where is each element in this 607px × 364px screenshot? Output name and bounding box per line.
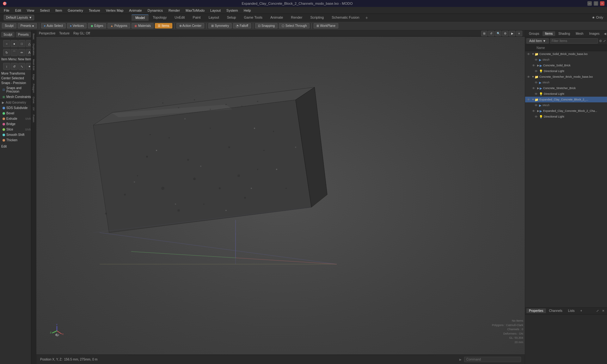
item-row-mesh-2b[interactable]: 👁 ▶ ▶ Concrete_Stretcher_Brick [525, 85, 607, 91]
shading-tab[interactable]: Shading [556, 31, 573, 36]
item-row-mesh-3a[interactable]: 👁 ▶ Mesh [525, 102, 607, 108]
item-row-mesh-1a[interactable]: 👁 ▶ Mesh [525, 57, 607, 63]
vstrip-curve[interactable]: Curve [32, 95, 35, 105]
items-list[interactable]: 👁 ▼ 📁 Concrete_Solid_Brick_modo_base.lxo… [525, 51, 607, 307]
tab-topology[interactable]: Topology [149, 15, 170, 21]
vstrip-mesh-edit[interactable]: Mesh Edit [32, 58, 35, 72]
menu-render[interactable]: Render [166, 8, 182, 13]
layouts-selector[interactable]: Default Layouts ▼ [4, 15, 34, 20]
polygons-button[interactable]: ▲ Polygons [107, 23, 130, 28]
select-tool-circle[interactable]: ○ [3, 40, 10, 47]
vp-btn-6[interactable]: ≡ [516, 31, 522, 36]
tool-pen[interactable]: ✏ [18, 49, 25, 56]
expand-1b[interactable]: ▶ [536, 64, 540, 67]
images-tab[interactable]: Images [586, 31, 602, 36]
materials-button[interactable]: ◉ Materials [132, 23, 154, 28]
more-transforms-dropdown[interactable]: More Transforms ▼ [0, 71, 36, 76]
eye-icon-2a[interactable]: 👁 [534, 80, 538, 85]
menu-item[interactable]: Item [53, 8, 64, 13]
extrude-item[interactable]: Extrude Shift V [0, 116, 36, 121]
item-row-light-2[interactable]: 👁 💡 Directional Light [525, 91, 607, 97]
lists-tab[interactable]: Lists [566, 308, 577, 313]
eye-icon-1b[interactable]: 👁 [531, 63, 536, 68]
vstrip-uv[interactable]: UV [32, 106, 35, 112]
menu-system[interactable]: System [224, 8, 241, 13]
bevel-item[interactable]: Bevel [0, 111, 36, 116]
maximize-button[interactable]: □ [594, 1, 598, 6]
tab-uvedit[interactable]: UvEdit [171, 15, 188, 21]
add-tab-button[interactable]: + [364, 15, 370, 21]
menu-maxtomodo[interactable]: MaxToModo [183, 8, 207, 13]
minimize-button[interactable]: ─ [587, 1, 592, 6]
edges-button[interactable]: ◆ Edges [88, 23, 106, 28]
eye-icon-2[interactable]: 👁 [526, 75, 531, 79]
action-center-button[interactable]: ⊕ Action Center [176, 23, 205, 28]
command-input[interactable] [464, 357, 521, 362]
items-button[interactable]: ☰ Items [155, 23, 172, 28]
sculpt-label-button[interactable]: Sculpt [1, 32, 15, 37]
presets-button[interactable]: Presets ● [18, 23, 37, 28]
bridge-item[interactable]: Bridge [0, 121, 36, 127]
menu-file[interactable]: File [1, 8, 12, 13]
tab-layout[interactable]: Layout [205, 15, 223, 21]
tool-rotate[interactable]: ↻ [3, 49, 10, 56]
filter-items-input[interactable] [550, 38, 598, 44]
prop-close-icon[interactable]: ✕ [601, 308, 606, 313]
item-row-file-3[interactable]: 👁 ▼ 📁 Expanded_Clay_Concrete_Block_2_... [525, 97, 607, 102]
edit-dropdown[interactable]: Edit ▼ [0, 144, 36, 149]
vstrip-edge[interactable]: Edge [32, 73, 35, 82]
expand-3b[interactable]: ▶ [536, 109, 540, 112]
falloff-button[interactable]: ◔ Falloff [233, 23, 251, 28]
item-row-file-1[interactable]: 👁 ▼ 📁 Concrete_Solid_Brick_modo_base.lxo [525, 51, 607, 57]
auto-select-button[interactable]: ● Auto Select [41, 23, 66, 28]
snaps-and-precision-item[interactable]: ⊡ Snaps and Precision [0, 85, 36, 94]
sculpt-button[interactable]: Sculpt [2, 23, 16, 28]
vp-btn-2[interactable]: ↺ [488, 31, 494, 36]
tab-scripting[interactable]: Scripting [306, 15, 328, 21]
menu-vertex-map[interactable]: Vertex Map [103, 8, 126, 13]
prop-expand-icon[interactable]: ⤢ [595, 308, 600, 313]
close-button[interactable]: ✕ [600, 1, 604, 6]
menu-texture[interactable]: Texture [86, 8, 103, 13]
add-item-button[interactable]: Add Item ▼ [526, 38, 549, 44]
vp-btn-5[interactable]: ▶ [509, 31, 515, 36]
add-geometry-section[interactable]: ▶ Add Geometry [0, 100, 36, 105]
add-prop-tab[interactable]: + [578, 308, 585, 313]
tab-model[interactable]: Model [132, 15, 149, 21]
slice-item[interactable]: Slice Shift C [0, 127, 36, 132]
select-through-button[interactable]: ⬡ Select Through [279, 23, 310, 28]
menu-geometry[interactable]: Geometry [65, 8, 85, 13]
select-tool-sphere[interactable]: ● [11, 40, 18, 47]
eye-icon-light-3[interactable]: 👁 [534, 114, 538, 119]
tab-game-tools[interactable]: Game Tools [240, 15, 266, 21]
mesh-tab[interactable]: Mesh [573, 31, 586, 36]
symmetry-button[interactable]: ⊞ Symmetry [208, 23, 232, 28]
presets-label-button[interactable]: Presets [16, 32, 31, 37]
item-row-mesh-2a[interactable]: 👁 ▶ Mesh [525, 80, 607, 85]
workplane-button[interactable]: ⊞ WorkPlane [314, 23, 338, 28]
item-row-mesh-1b[interactable]: 👁 ▶ ▶ Concrete_Solid_Brick [525, 63, 607, 68]
tool-scale[interactable]: ⤡ [18, 63, 25, 70]
eye-icon-light-1[interactable]: 👁 [534, 69, 538, 73]
items-tab[interactable]: Items [543, 31, 555, 36]
tab-animate[interactable]: Animate [267, 15, 287, 21]
channels-tab[interactable]: Channels [547, 308, 565, 313]
right-tabs-icon[interactable]: ◀ [603, 31, 607, 36]
center-selected-dropdown[interactable]: Center Selected ▼ [0, 76, 36, 81]
item-row-file-2[interactable]: 👁 ▼ 📁 Concrete_Stretcher_Brick_modo_base… [525, 74, 607, 80]
eye-icon-light-2[interactable]: 👁 [534, 92, 538, 96]
tool-rotate-2[interactable]: ↺ [11, 63, 18, 70]
menu-select[interactable]: Select [37, 8, 52, 13]
scene-canvas[interactable]: X Y Z No Items Polygons : Catmull-Clark … [36, 37, 525, 355]
menu-layout[interactable]: Layout [208, 8, 223, 13]
eye-icon-3[interactable]: 👁 [526, 97, 531, 102]
tool-curve[interactable]: ⌒ [11, 49, 18, 56]
menu-dynamics[interactable]: Dynamics [145, 8, 165, 13]
item-menu-dropdown[interactable]: Item Menu: New Item ▼ [0, 57, 36, 62]
properties-tab[interactable]: Properties [526, 308, 546, 313]
vstrip-polygon[interactable]: Polygon [32, 82, 35, 94]
vstrip-duplicates[interactable]: Duplicates [32, 42, 35, 57]
vp-btn-1[interactable]: ⊞ [481, 31, 487, 36]
eye-icon-1a[interactable]: 👁 [534, 58, 538, 62]
expand-2b[interactable]: ▶ [536, 87, 540, 90]
